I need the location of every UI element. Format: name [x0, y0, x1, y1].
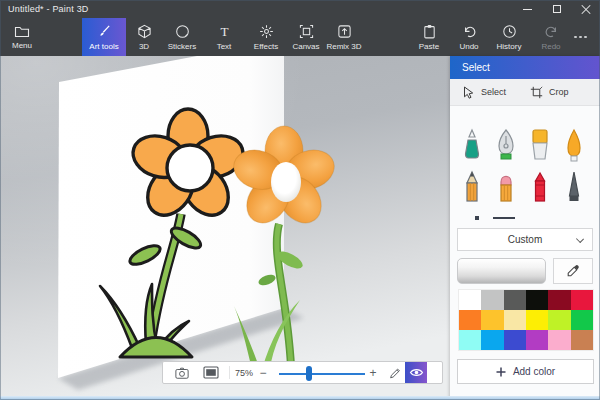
eyedropper-button[interactable] [553, 258, 593, 284]
edit-mode-button[interactable] [386, 362, 404, 383]
window-title: Untitled* - Paint 3D [0, 4, 89, 14]
color-swatch[interactable] [459, 330, 481, 350]
remix-3d-button[interactable]: Remix 3D [320, 18, 368, 56]
menu-button[interactable]: Menu [2, 18, 42, 56]
color-swatch[interactable] [504, 310, 526, 330]
maximize-button[interactable] [542, 0, 571, 18]
color-swatch[interactable] [481, 330, 503, 350]
panel-actions: Select Crop [450, 79, 600, 106]
undo-icon [462, 24, 477, 39]
zoom-out-button[interactable]: − [255, 362, 271, 383]
screenshot-button[interactable] [171, 362, 193, 383]
marker-icon [458, 128, 486, 162]
undo-button[interactable]: Undo [449, 18, 489, 56]
history-button[interactable]: History [487, 18, 531, 56]
effects-label: Effects [254, 42, 278, 51]
side-panel: Select Select Crop [450, 56, 600, 400]
stickers-button[interactable]: Stickers [160, 18, 204, 56]
redo-icon [544, 24, 559, 39]
color-swatch[interactable] [526, 310, 548, 330]
effects-button[interactable]: Effects [246, 18, 286, 56]
stickers-label: Stickers [168, 42, 196, 51]
pencil-tool[interactable] [458, 168, 486, 204]
color-swatch[interactable] [526, 290, 548, 310]
art-tools-button[interactable]: Art tools [82, 18, 126, 56]
color-swatch[interactable] [459, 290, 481, 310]
window-controls [513, 0, 600, 18]
3d-button[interactable]: 3D [126, 18, 162, 56]
zoom-in-button[interactable]: + [365, 362, 381, 383]
window-bottom-edge [0, 396, 600, 400]
color-swatch[interactable] [571, 330, 593, 350]
text-button[interactable]: T Text [204, 18, 244, 56]
pencil-tool-icon [458, 170, 486, 204]
add-color-label: Add color [513, 366, 555, 377]
pager-dot-icon[interactable] [475, 216, 479, 220]
title-bar: Untitled* - Paint 3D [0, 0, 600, 18]
more-dots-icon [574, 36, 577, 39]
canvas-label: Canvas [292, 42, 319, 51]
close-icon [581, 4, 591, 14]
eye-icon [409, 367, 424, 378]
color-swatch[interactable] [481, 290, 503, 310]
scene [0, 56, 450, 400]
zoom-slider-thumb[interactable] [306, 366, 312, 381]
more-options-button[interactable] [574, 18, 587, 56]
pager-active-dash-icon[interactable] [493, 217, 515, 219]
main-toolbar: Menu Art tools 3D Stickers T Text Effect… [0, 18, 600, 56]
tools-row-1 [458, 126, 588, 162]
divider [229, 366, 230, 379]
widescreen-icon [203, 366, 219, 379]
art-tools-label: Art tools [89, 42, 118, 51]
remix-3d-icon [337, 24, 352, 39]
close-button[interactable] [571, 0, 600, 18]
marker-tool[interactable] [458, 126, 486, 162]
watercolor-brush-tool[interactable] [526, 126, 554, 162]
custom-dropdown[interactable]: Custom [457, 228, 593, 251]
color-palette [458, 289, 594, 351]
fullscreen-view-button[interactable] [200, 362, 222, 383]
oil-brush-tool[interactable] [560, 126, 588, 162]
color-swatch[interactable] [548, 290, 570, 310]
color-swatch[interactable] [459, 310, 481, 330]
eraser-icon [492, 170, 520, 204]
history-clock-icon [502, 24, 517, 39]
text-label: Text [217, 42, 232, 51]
minimize-button[interactable] [513, 0, 542, 18]
redo-label: Redo [541, 42, 560, 51]
color-swatch[interactable] [571, 310, 593, 330]
color-swatch[interactable] [504, 330, 526, 350]
calligraphy-pen-tool[interactable] [492, 126, 520, 162]
redo-button[interactable]: Redo [531, 18, 571, 56]
paste-label: Paste [419, 42, 439, 51]
sticker-icon [175, 24, 190, 39]
paste-button[interactable]: Paste [409, 18, 449, 56]
effects-sparkle-icon [259, 24, 274, 39]
view-3d-toggle-button[interactable] [405, 362, 427, 383]
crayon-tool[interactable] [526, 168, 554, 204]
panel-header: Select [450, 56, 600, 79]
color-swatch[interactable] [504, 290, 526, 310]
svg-text:T: T [220, 24, 228, 39]
zoom-slider-track[interactable] [279, 373, 365, 375]
minimize-icon [523, 9, 532, 10]
eraser-tool[interactable] [492, 168, 520, 204]
camera-icon [174, 366, 190, 380]
brush-icon [96, 24, 112, 39]
color-swatch[interactable] [481, 310, 503, 330]
dropdown-value: Custom [508, 234, 542, 245]
cube-3d-icon [137, 24, 152, 39]
color-swatch[interactable] [571, 290, 593, 310]
spray-can-icon [560, 170, 588, 204]
canvas-3d-view[interactable] [0, 56, 450, 400]
remix-3d-label: Remix 3D [326, 42, 361, 51]
crop-button[interactable]: Crop [530, 86, 569, 99]
crayon-icon [526, 170, 554, 204]
spray-can-tool[interactable] [560, 168, 588, 204]
select-button[interactable]: Select [463, 86, 506, 99]
plus-icon [496, 367, 506, 377]
color-swatch[interactable] [548, 330, 570, 350]
color-swatch[interactable] [548, 310, 570, 330]
color-swatch[interactable] [526, 330, 548, 350]
add-color-button[interactable]: Add color [457, 359, 594, 384]
